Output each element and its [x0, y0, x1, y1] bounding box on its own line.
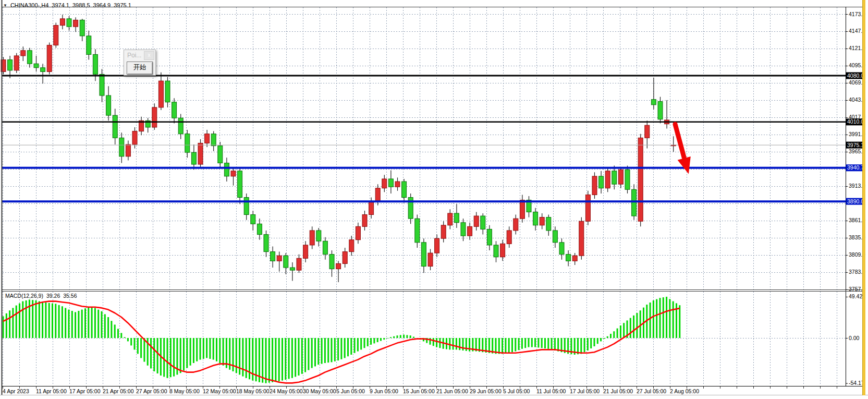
candle	[362, 211, 367, 231]
ohlc-high: 3988.5	[72, 2, 90, 8]
candle-body	[126, 144, 130, 156]
price-badge-label: 4010.0	[847, 118, 864, 125]
candle	[47, 43, 52, 75]
time-axis[interactable]: 4 Apr 202311 Apr 05:0017 Apr 05:0021 Apr…	[3, 386, 837, 394]
candle-body	[625, 170, 630, 189]
candle-body	[474, 216, 479, 226]
candle-body	[106, 95, 111, 115]
symbol-period-label: CHINA300-,H4	[10, 2, 48, 8]
candle-body	[172, 102, 177, 118]
chart-title: ▼ CHINA300-,H4 3974.1 3988.5 3964.9 3975…	[3, 2, 131, 9]
time-label: 8 May 05:00	[169, 388, 200, 394]
candle-body	[566, 255, 571, 261]
candle	[527, 196, 531, 217]
candle	[231, 167, 236, 186]
candle	[158, 72, 163, 110]
time-label: 27 Apr 05:00	[136, 388, 167, 394]
time-label: 21 Jun 05:00	[436, 388, 468, 394]
macd-name: MACD(12,26,9)	[5, 293, 43, 299]
candle-body	[329, 255, 334, 269]
candle	[165, 77, 170, 107]
candle-body	[448, 213, 453, 225]
candle-body	[310, 231, 314, 245]
candle-body	[113, 115, 117, 138]
candle-body	[336, 263, 341, 269]
candle	[145, 118, 150, 132]
candle	[343, 248, 347, 268]
candle	[211, 131, 216, 151]
candle	[290, 262, 295, 281]
candle	[251, 211, 255, 231]
candle	[329, 250, 334, 277]
macd-scale-label: 49.42	[849, 293, 862, 299]
candle	[625, 166, 630, 194]
candle-body	[618, 170, 623, 184]
price-badge: 3890.0	[846, 198, 864, 205]
candle	[271, 246, 275, 268]
candle	[474, 212, 479, 231]
candle-body	[605, 171, 610, 188]
candle-body	[572, 256, 577, 261]
down-arrow-annotation[interactable]	[675, 124, 691, 174]
price-badge: 3940.7	[846, 164, 864, 171]
candle	[323, 237, 327, 260]
candle-body	[191, 152, 196, 164]
candle-body	[27, 51, 32, 64]
candle-body	[14, 56, 19, 70]
candle	[126, 140, 130, 160]
candle-body	[375, 188, 380, 201]
candle	[257, 219, 262, 240]
candle-body	[382, 179, 387, 188]
candle-body	[41, 68, 45, 72]
candle	[415, 215, 420, 248]
candle-body	[638, 138, 643, 221]
candle-body	[284, 256, 288, 268]
candle-body	[599, 176, 604, 188]
candle-body	[185, 134, 190, 153]
candle	[481, 213, 485, 235]
candle-body	[415, 219, 420, 243]
candle	[533, 208, 538, 231]
time-label: 12 May 05:00	[203, 388, 236, 394]
start-button[interactable]: 开始	[127, 62, 153, 75]
candle	[605, 167, 610, 192]
candle	[448, 209, 453, 229]
symbol-dropdown-icon[interactable]: ▼	[3, 3, 7, 8]
candle-body	[658, 102, 663, 119]
candle	[238, 168, 242, 204]
candle	[244, 194, 249, 220]
close-icon[interactable]: x	[144, 51, 154, 60]
candle	[178, 114, 183, 139]
candle-body	[553, 231, 557, 243]
candle-body	[132, 131, 137, 144]
macd-value: 39.26	[46, 293, 60, 299]
candle	[421, 238, 426, 273]
time-label: 18 May 05:00	[236, 388, 270, 394]
candle	[500, 240, 505, 261]
candle-body	[402, 182, 407, 197]
candle-body	[34, 64, 39, 68]
candle-body	[54, 26, 58, 45]
ohlc-close: 3975.1	[114, 2, 131, 8]
candle	[454, 204, 459, 228]
candle-body	[533, 212, 538, 225]
candle	[152, 103, 157, 130]
candle-body	[349, 240, 354, 252]
candle-body	[60, 19, 65, 26]
candle	[74, 17, 78, 32]
dialog-title-bar: Poi... x	[124, 50, 155, 61]
candle-body	[277, 256, 282, 261]
candle	[198, 139, 203, 168]
candle	[599, 171, 604, 194]
candle	[546, 215, 551, 236]
candle	[356, 223, 360, 244]
candle-body	[205, 134, 210, 143]
time-label: 5 Jun 05:00	[336, 388, 365, 394]
horizontal-levels	[2, 76, 846, 201]
candle-body	[592, 176, 597, 195]
candle-body	[297, 258, 301, 270]
candle-body	[303, 245, 308, 258]
point-dialog: Poi... x 开始	[124, 50, 156, 76]
candle-body	[290, 268, 295, 270]
candle	[671, 136, 676, 152]
